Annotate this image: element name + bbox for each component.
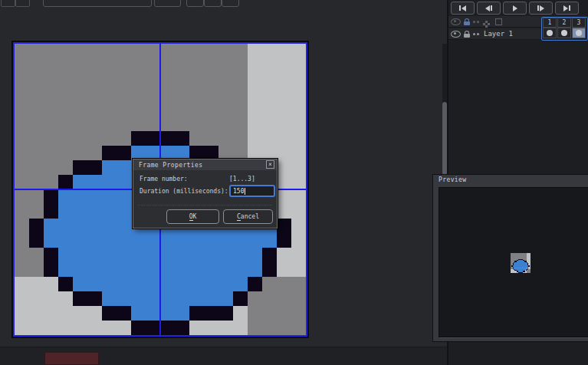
sprite-outline-pixels <box>44 262 58 277</box>
sprite-outline-pixels <box>102 306 131 321</box>
text-caret <box>245 188 245 195</box>
layer-link-icon[interactable] <box>473 33 475 35</box>
onion-skin-icon[interactable] <box>485 21 488 23</box>
layer-visibility-icon[interactable] <box>451 31 461 38</box>
link-icon[interactable] <box>473 21 475 23</box>
go-last-frame-icon <box>569 5 570 11</box>
eye-icon[interactable] <box>451 18 461 25</box>
layer-name: Layer 1 <box>484 30 513 38</box>
toolbar-button-fragment[interactable] <box>222 0 239 7</box>
cancel-button[interactable]: Cancel <box>223 209 273 224</box>
sprite-fill-pixels <box>102 291 233 306</box>
sprite-outline-pixels <box>29 233 44 248</box>
prev-frame-button[interactable] <box>477 2 501 15</box>
cel-icon[interactable] <box>495 18 502 25</box>
status-swatch-fragment <box>44 352 99 365</box>
sprite-outline-pixels <box>277 219 291 233</box>
cel-frame-3-selected[interactable] <box>572 28 586 38</box>
frame-number-label: Frame number: <box>140 176 188 182</box>
go-last-frame-button[interactable] <box>555 2 579 15</box>
sprite-outline-pixels <box>58 277 73 291</box>
prev-frame-icon <box>485 5 490 12</box>
dialog-title: Frame Properties <box>139 162 202 169</box>
ok-button[interactable]: OK <box>166 209 219 224</box>
frame-properties-dialog: Frame Properties × Frame number: [1...3]… <box>133 159 278 229</box>
sprite-outline-pixels <box>44 204 58 219</box>
duration-label: Duration (milliseconds): <box>140 188 228 195</box>
sprite-outline-pixels <box>528 266 529 267</box>
cel-frame-1[interactable] <box>543 28 557 38</box>
frames-box: 123 <box>541 17 588 41</box>
sprite-outline-pixels <box>58 175 73 189</box>
sprite-outline-pixels <box>523 271 526 271</box>
play-icon <box>513 5 517 12</box>
cel-dot <box>561 30 567 36</box>
sprite-outline-pixels <box>44 189 58 204</box>
sprite-outline-pixels <box>527 269 527 270</box>
go-first-frame-button[interactable] <box>451 2 475 15</box>
frame-header-1[interactable]: 1 <box>543 18 557 28</box>
sprite-outline-pixels <box>189 306 233 321</box>
sprite-outline-pixels <box>73 160 102 175</box>
go-first-frame-icon <box>459 5 461 11</box>
sprite-outline-pixels <box>44 248 58 262</box>
go-first-frame-icon <box>462 5 466 12</box>
playback-bar <box>451 2 579 15</box>
dialog-separator <box>138 205 272 206</box>
sprite-outline-pixels <box>102 146 131 160</box>
frame-header-3[interactable]: 3 <box>572 18 586 28</box>
sprite-outline-pixels <box>262 262 277 277</box>
dialog-titlebar[interactable]: Frame Properties <box>133 159 277 170</box>
sprite-outline-pixels <box>73 291 102 306</box>
preview-window-title: Preview <box>439 176 467 183</box>
toolbar-button-fragment[interactable] <box>154 0 181 7</box>
toolbar-button-fragment[interactable] <box>43 0 152 7</box>
layer-lock-icon[interactable] <box>464 34 470 38</box>
preview-sprite <box>511 253 531 273</box>
toolbar-button-fragment[interactable] <box>186 0 204 7</box>
sprite-outline-pixels <box>248 277 262 291</box>
play-button[interactable] <box>503 2 527 15</box>
next-frame-icon <box>540 5 544 12</box>
frame-number-value: [1...3] <box>229 176 255 182</box>
cel-dot <box>547 30 553 36</box>
sprite-outline-pixels <box>518 272 522 273</box>
sprite-outline-pixels <box>526 270 527 271</box>
duration-input-value: 150 <box>233 188 244 195</box>
toolbar-button-fragment[interactable] <box>15 0 30 7</box>
sprite-outline-pixels <box>277 233 291 248</box>
cel-frame-2[interactable] <box>557 28 571 38</box>
sprite-outline-pixels <box>29 219 44 233</box>
toolbar-button-fragment[interactable] <box>1 0 15 7</box>
app-window: Frame Properties × Frame number: [1...3]… <box>0 0 588 365</box>
sprite-outline-pixels <box>233 291 248 306</box>
next-frame-icon <box>537 5 539 11</box>
next-frame-button[interactable] <box>529 2 553 15</box>
sprite-outline-pixels <box>527 268 528 269</box>
duration-input[interactable]: 150 <box>229 185 275 197</box>
lock-icon[interactable] <box>464 21 470 25</box>
cel-dot <box>576 30 582 36</box>
go-last-frame-icon <box>563 5 568 12</box>
close-icon[interactable]: × <box>266 160 274 169</box>
toolbar-button-fragment[interactable] <box>204 0 222 7</box>
sprite-outline-pixels <box>262 248 277 262</box>
frame-header-2[interactable]: 2 <box>557 18 571 28</box>
prev-frame-icon <box>491 5 492 11</box>
